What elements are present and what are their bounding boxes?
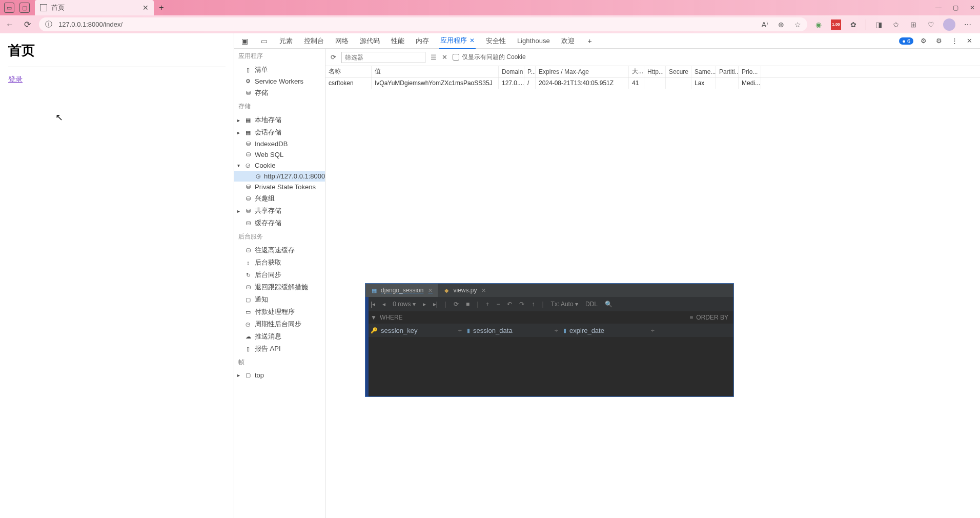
close-window-button[interactable]: ✕ [970, 4, 975, 11]
minimize-button[interactable]: — [935, 4, 942, 11]
extension-red-badge[interactable]: 1.00 [831, 19, 841, 30]
clear-icon[interactable]: ✕ [442, 53, 447, 61]
col-value[interactable]: 值 [372, 66, 499, 77]
cookie-filter-input[interactable] [341, 52, 425, 63]
side-notifications[interactable]: ▢通知 [234, 293, 325, 306]
col-expire-date[interactable]: ▮expire_date÷ [563, 327, 660, 334]
search-icon[interactable]: 🔍 [605, 301, 612, 308]
filter-options-icon[interactable]: ☰ [431, 53, 437, 61]
tab-security[interactable]: 安全性 [485, 33, 507, 49]
more-icon[interactable]: ⋯ [963, 19, 973, 30]
side-manifest[interactable]: ▯清单 [234, 64, 325, 76]
col-session-data[interactable]: ▮session_data÷ [467, 327, 563, 334]
col-priority[interactable]: Prio... [739, 66, 761, 77]
tab-console[interactable]: 控制台 [303, 33, 325, 49]
commit-icon[interactable]: ↷ [519, 301, 524, 308]
rows-label[interactable]: 0 rows ▾ [393, 301, 416, 308]
col-http[interactable]: Http... [644, 66, 666, 77]
zoom-icon[interactable]: ⊕ [777, 20, 786, 29]
revert-icon[interactable]: ↶ [507, 301, 512, 308]
tab-application[interactable]: 应用程序✕ [439, 33, 476, 49]
col-secure[interactable]: Secure [666, 66, 691, 77]
close-tab-icon[interactable]: ✕ [142, 4, 149, 12]
submit-icon[interactable]: ↑ [532, 301, 535, 308]
prev-page-icon[interactable]: ◂ [382, 301, 385, 308]
extensions-icon[interactable]: ✿ [848, 19, 859, 30]
favorites-icon[interactable]: ✩ [891, 19, 901, 30]
site-info-icon[interactable]: ⓘ [44, 20, 53, 29]
issues-badge[interactable]: ● 6 [899, 37, 913, 45]
close-tab-icon[interactable]: ✕ [469, 37, 475, 44]
add-tab-icon[interactable]: + [585, 36, 595, 46]
side-indexeddb[interactable]: ⛁IndexedDB [234, 138, 325, 149]
new-tab-button[interactable]: + [154, 0, 169, 15]
remove-row-icon[interactable]: − [496, 301, 500, 308]
close-icon[interactable]: ✕ [481, 287, 486, 294]
side-payment[interactable]: ▭付款处理程序 [234, 306, 325, 318]
maximize-button[interactable]: ▢ [953, 4, 958, 11]
url-box[interactable]: ⓘ 127.0.0.1:8000/index/ A⁾ ⊕ ☆ [39, 17, 807, 31]
close-icon[interactable]: ✕ [428, 287, 433, 294]
profile-avatar[interactable] [943, 18, 955, 31]
inspect-icon[interactable]: ▣ [239, 36, 250, 46]
side-bgfetch[interactable]: ↕后台获取 [234, 256, 325, 269]
col-name[interactable]: 名称 [325, 66, 372, 77]
tab-sources[interactable]: 源代码 [359, 33, 381, 49]
col-partition[interactable]: Partiti... [716, 66, 739, 77]
tx-mode[interactable]: Tx: Auto ▾ [551, 301, 578, 308]
side-report[interactable]: ▯报告 API [234, 343, 325, 355]
side-service-workers[interactable]: ⚙Service Workers [234, 76, 325, 87]
side-storage[interactable]: ⛁存储 [234, 87, 325, 99]
stop-icon[interactable]: ■ [466, 301, 469, 308]
side-periodic[interactable]: ◷周期性后台同步 [234, 318, 325, 330]
collections-icon[interactable]: ⊞ [908, 19, 918, 30]
more-icon[interactable]: ⋮ [951, 37, 959, 45]
tab-lighthouse[interactable]: Lighthouse [516, 34, 551, 48]
tab-elements[interactable]: 元素 [278, 33, 294, 49]
col-domain[interactable]: Domain [499, 66, 524, 77]
device-toggle-icon[interactable]: ▭ [259, 36, 269, 46]
where-clause[interactable]: ▼WHERE [371, 314, 403, 321]
ide-tab-django-session[interactable]: ▦django_session✕ [365, 284, 438, 297]
side-websql[interactable]: ⛁Web SQL [234, 149, 325, 160]
side-bgsync[interactable]: ↻后台同步 [234, 269, 325, 281]
cookie-row[interactable]: csrftoken IvQaYuMDgiemswhYomZXc1msPaoSS3… [325, 77, 980, 89]
login-link[interactable]: 登录 [8, 75, 23, 83]
order-by-clause[interactable]: ≡ORDER BY [689, 314, 728, 321]
side-session-storage[interactable]: ▦会话存储 [234, 126, 325, 138]
tab-welcome[interactable]: 欢迎 [560, 33, 576, 49]
favorite-icon[interactable]: ☆ [793, 20, 802, 29]
workspaces-icon[interactable]: ▭ [4, 3, 14, 13]
readaloud-icon[interactable]: A⁾ [760, 20, 769, 29]
side-cookie-host[interactable]: ◶http://127.0.0.1:8000 [234, 171, 325, 182]
refresh-icon[interactable]: ⟳ [331, 53, 336, 61]
col-size[interactable]: 大... [629, 66, 644, 77]
side-shared-storage[interactable]: ⛁共享存储 [234, 205, 325, 217]
heart-icon[interactable]: ♡ [926, 19, 936, 30]
col-path[interactable]: P... [524, 66, 536, 77]
side-cache-storage[interactable]: ⛁缓存存储 [234, 217, 325, 229]
col-session-key[interactable]: 🔑session_key÷ [371, 327, 467, 334]
ide-tab-views-py[interactable]: ◆views.py✕ [438, 284, 491, 297]
tab-network[interactable]: 网络 [334, 33, 350, 49]
first-page-icon[interactable]: |◂ [371, 301, 375, 308]
add-row-icon[interactable]: + [485, 301, 489, 308]
side-cookies[interactable]: ◶Cookie [234, 160, 325, 171]
last-page-icon[interactable]: ▸| [433, 301, 438, 308]
sidebar-icon[interactable]: ◨ [873, 19, 884, 30]
reload-button[interactable]: ⟳ [22, 19, 33, 30]
close-devtools-icon[interactable]: ✕ [967, 37, 975, 45]
side-local-storage[interactable]: ▦本地存储 [234, 114, 325, 126]
col-expires[interactable]: Expires / Max-Age [536, 66, 629, 77]
tab-actions-icon[interactable]: ▢ [19, 3, 30, 13]
gear-icon[interactable]: ⚙ [936, 37, 944, 45]
tab-performance[interactable]: 性能 [390, 33, 405, 49]
ddl-button[interactable]: DDL [585, 301, 598, 308]
side-interest[interactable]: ⛁兴趣组 [234, 192, 325, 205]
browser-tab-active[interactable]: 首页 ✕ [35, 0, 154, 15]
side-top-frame[interactable]: ▢top [234, 370, 325, 381]
side-pst[interactable]: ⛁Private State Tokens [234, 182, 325, 192]
tab-memory[interactable]: 内存 [415, 33, 430, 49]
side-bounce[interactable]: ⛁退回跟踪缓解措施 [234, 281, 325, 293]
only-issues-checkbox[interactable]: 仅显示有问题的 Cookie [453, 53, 526, 62]
